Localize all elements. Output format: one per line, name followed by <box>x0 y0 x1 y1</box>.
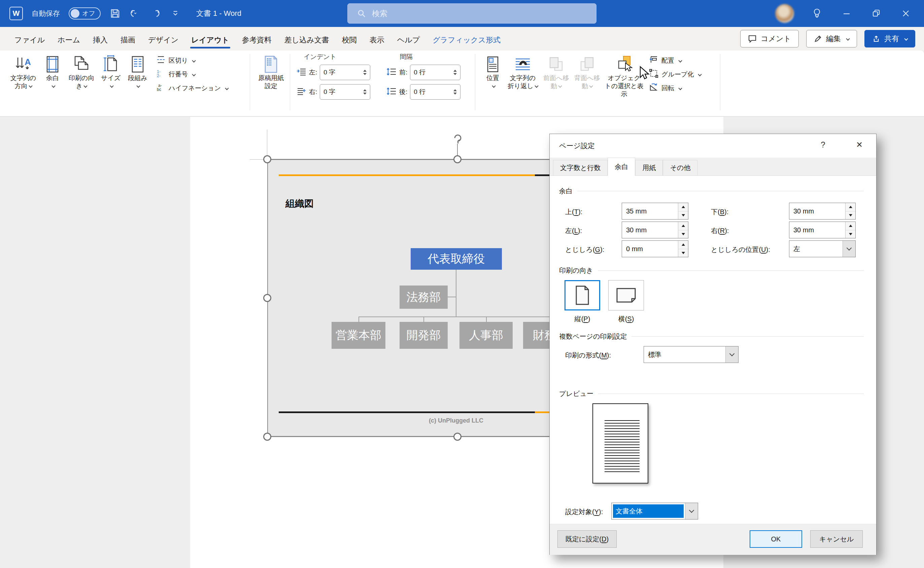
tab-graphics-format[interactable]: グラフィックス形式 <box>426 29 507 50</box>
tab-view[interactable]: 表示 <box>363 29 391 50</box>
customize-toolbar-chevron-icon[interactable] <box>170 8 181 19</box>
spin-up-icon[interactable] <box>454 70 457 72</box>
indent-left-field[interactable]: 0 字 <box>320 65 370 80</box>
dialog-tab-margins[interactable]: 余白 <box>607 157 635 176</box>
orientation-landscape-tile[interactable] <box>608 280 644 310</box>
org-box-ceo[interactable]: 代表取締役 <box>411 248 502 270</box>
size-button[interactable]: サイズ <box>98 53 124 92</box>
dropdown-chevron-icon[interactable] <box>843 241 855 257</box>
breaks-button[interactable]: 区切り <box>156 55 228 66</box>
margin-left-field[interactable]: 30 mm <box>622 222 688 239</box>
indent-left-value: 0 字 <box>324 68 335 77</box>
comments-button[interactable]: コメント <box>740 30 799 47</box>
tab-layout[interactable]: レイアウト <box>185 29 236 50</box>
hyphenation-button[interactable]: a-bc ハイフネーション <box>156 83 228 93</box>
document-heading[interactable]: 組織図 <box>285 197 314 210</box>
dialog-help-button[interactable]: ? <box>815 140 831 152</box>
org-box-hr[interactable]: 人事部 <box>460 322 512 349</box>
rotate-handle[interactable] <box>451 131 464 146</box>
rotate-button[interactable]: 回転 <box>649 83 701 93</box>
redo-icon[interactable] <box>150 8 161 19</box>
text-direction-button[interactable]: A 文字列の方向 <box>7 53 40 92</box>
restore-button[interactable] <box>870 7 883 20</box>
cancel-button[interactable]: キャンセル <box>810 530 863 548</box>
tab-review[interactable]: 校閲 <box>336 29 363 50</box>
autosave-toggle[interactable]: オフ <box>69 8 101 20</box>
indent-right-field[interactable]: 0 字 <box>320 84 370 100</box>
spin-down-icon[interactable] <box>454 92 457 95</box>
wrap-text-button[interactable]: 文字列の折り返し <box>505 53 541 92</box>
user-avatar[interactable] <box>775 4 794 23</box>
word-logo-icon[interactable]: W <box>9 7 23 20</box>
position-button[interactable]: 位置 <box>481 53 505 92</box>
tab-file[interactable]: ファイル <box>8 29 51 50</box>
spin-down-icon[interactable] <box>363 73 366 75</box>
save-icon[interactable] <box>109 8 121 19</box>
spacing-before-field[interactable]: 0 行 <box>410 65 460 80</box>
tab-design[interactable]: デザイン <box>142 29 185 50</box>
orientation-portrait-tile[interactable] <box>564 280 600 310</box>
tab-draw[interactable]: 描画 <box>114 29 142 50</box>
spin-down-icon[interactable] <box>678 249 688 257</box>
org-box-sales[interactable]: 営業本部 <box>332 322 386 349</box>
undo-icon[interactable] <box>130 8 141 19</box>
tab-home[interactable]: ホーム <box>51 29 86 50</box>
spin-up-icon[interactable] <box>454 89 457 91</box>
spin-down-icon[interactable] <box>454 73 457 75</box>
selection-handle-top-center[interactable] <box>454 155 461 163</box>
org-box-dev[interactable]: 開発部 <box>399 322 448 349</box>
orientation-button[interactable]: 印刷の向き <box>65 53 98 92</box>
ok-button[interactable]: OK <box>750 530 802 548</box>
spin-up-icon[interactable] <box>678 203 688 211</box>
tab-help[interactable]: ヘルプ <box>391 29 427 50</box>
gutter-position-select[interactable]: 左 <box>789 240 856 257</box>
genko-settings-button[interactable]: 原稿用紙設定 <box>253 53 288 92</box>
spin-down-icon[interactable] <box>846 230 855 239</box>
spin-up-icon[interactable] <box>678 241 688 249</box>
spin-up-icon[interactable] <box>846 203 855 211</box>
gutter-field[interactable]: 0 mm <box>622 240 688 257</box>
search-input[interactable]: 検索 <box>347 3 597 24</box>
columns-button[interactable]: 段組み <box>124 53 151 92</box>
align-button[interactable]: 配置 <box>649 55 701 66</box>
set-as-default-button[interactable]: 既定に設定(D) <box>558 530 617 548</box>
spin-up-icon[interactable] <box>363 70 366 72</box>
tab-mailings[interactable]: 差し込み文書 <box>278 29 336 50</box>
org-box-legal[interactable]: 法務部 <box>399 286 448 309</box>
editing-button[interactable]: 編集 <box>806 30 857 47</box>
lightbulb-icon[interactable] <box>810 7 824 20</box>
spin-down-icon[interactable] <box>678 211 688 219</box>
dialog-tab-other[interactable]: その他 <box>663 160 698 175</box>
margin-top-field[interactable]: 35 mm <box>622 203 688 219</box>
spin-down-icon[interactable] <box>846 211 855 219</box>
margin-right-field[interactable]: 30 mm <box>789 222 856 239</box>
margins-button[interactable]: 余白 <box>40 53 65 92</box>
share-button[interactable]: 共有 <box>864 30 915 47</box>
selection-handle-top-left[interactable] <box>263 155 271 163</box>
spin-up-icon[interactable] <box>678 222 688 230</box>
apply-to-select[interactable]: 文書全体 <box>611 503 698 520</box>
dropdown-chevron-icon[interactable] <box>685 503 698 519</box>
dialog-tab-paper[interactable]: 用紙 <box>635 160 663 175</box>
margin-bottom-field[interactable]: 30 mm <box>789 203 856 219</box>
spin-up-icon[interactable] <box>846 222 855 230</box>
close-button[interactable] <box>899 7 913 20</box>
line-numbers-button[interactable]: 1-2- 行番号 <box>156 69 228 80</box>
selection-handle-bottom-center[interactable] <box>454 433 461 441</box>
spacing-after-field[interactable]: 0 行 <box>410 84 460 100</box>
tab-references[interactable]: 参考資料 <box>236 29 278 50</box>
size-icon <box>102 54 119 74</box>
dialog-tab-chars-lines[interactable]: 文字数と行数 <box>553 160 607 175</box>
spin-down-icon[interactable] <box>678 230 688 239</box>
tab-insert[interactable]: 挿入 <box>86 29 114 50</box>
dropdown-chevron-icon[interactable] <box>725 346 738 363</box>
spin-up-icon[interactable] <box>363 89 366 91</box>
dialog-close-button[interactable]: ✕ <box>852 140 867 152</box>
spin-down-icon[interactable] <box>363 92 366 95</box>
bottom-accent-line-black <box>279 411 535 413</box>
group-objects-button[interactable]: グループ化 <box>649 69 701 80</box>
selection-handle-middle-left[interactable] <box>263 294 271 302</box>
print-format-select[interactable]: 標準 <box>644 346 739 363</box>
selection-handle-bottom-left[interactable] <box>263 433 271 441</box>
minimize-button[interactable] <box>840 7 853 20</box>
